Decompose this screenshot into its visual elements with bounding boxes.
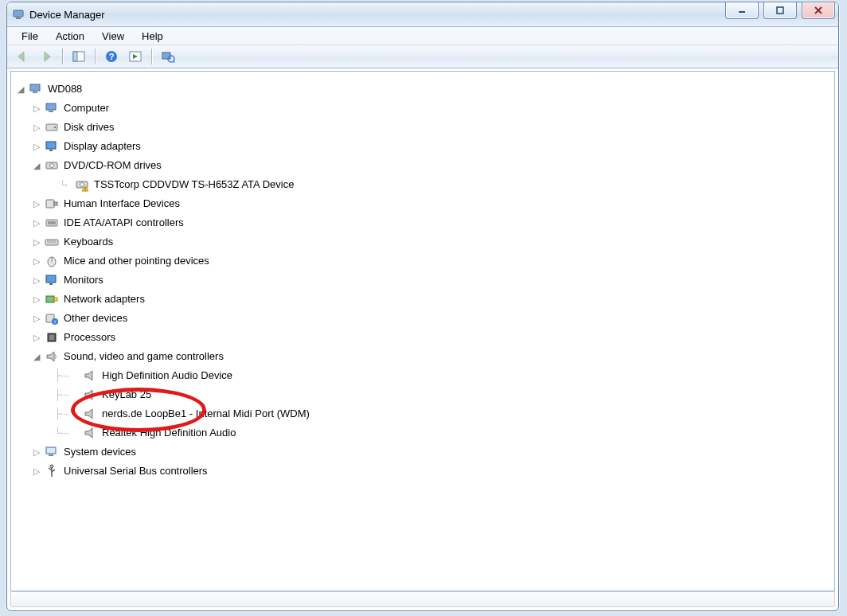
tree-label: Display adapters — [62, 137, 142, 156]
svg-rect-7 — [73, 52, 77, 61]
tree-label: Processors — [62, 328, 117, 347]
svg-rect-52 — [46, 447, 56, 454]
expand-icon[interactable]: ▷ — [32, 309, 41, 328]
expand-icon[interactable]: ▷ — [32, 271, 41, 290]
menu-action[interactable]: Action — [48, 29, 92, 44]
tree-item-display-adapters[interactable]: ▷ Display adapters — [16, 137, 828, 156]
svg-rect-30 — [54, 202, 57, 205]
tree-item-usb[interactable]: ▷ Universal Serial Bus controllers — [16, 462, 828, 481]
svg-rect-18 — [49, 111, 53, 112]
tree-item-ide[interactable]: ▷ IDE ATA/ATAPI controllers — [16, 213, 828, 232]
svg-rect-15 — [30, 84, 40, 91]
tree-label: System devices — [62, 443, 138, 462]
keyboard-icon — [45, 235, 59, 249]
toolbar-separator — [62, 49, 63, 64]
tree-label: Universal Serial Bus controllers — [62, 462, 209, 481]
tree-item-dvd-device[interactable]: └·· ! TSSTcorp CDDVDW TS-H653Z ATA Devic… — [16, 175, 828, 194]
svg-rect-46 — [49, 335, 54, 340]
help-button[interactable]: ? — [101, 47, 122, 66]
tree-label: Other devices — [62, 309, 129, 328]
mouse-icon — [45, 254, 59, 268]
action-menu-button[interactable] — [125, 47, 146, 66]
status-bar — [10, 591, 835, 607]
tree-item-loopbe[interactable]: ├···· nerds.de LoopBe1 - Internal Midi P… — [16, 404, 828, 423]
expand-icon[interactable]: ▷ — [32, 213, 41, 232]
back-button — [12, 47, 33, 66]
collapse-icon[interactable]: ◢ — [16, 80, 25, 99]
tree-root[interactable]: ◢ WD088 — [16, 80, 828, 99]
hid-icon — [45, 197, 59, 211]
tree-item-sound[interactable]: ◢ Sound, video and game controllers — [16, 347, 828, 366]
svg-point-55 — [50, 465, 53, 468]
tree-connector: ├···· — [54, 366, 81, 385]
tree-item-mice[interactable]: ▷ Mice and other pointing devices — [16, 251, 828, 271]
tree-label: IDE ATA/ATAPI controllers — [62, 213, 185, 232]
tree-item-disk-drives[interactable]: ▷ Disk drives — [16, 118, 828, 137]
computer-icon — [45, 101, 59, 115]
tree-item-keyboards[interactable]: ▷ Keyboards — [16, 232, 828, 251]
tree-label: High Definition Audio Device — [100, 366, 234, 385]
menu-file[interactable]: File — [14, 29, 46, 44]
tree-label: WD088 — [46, 80, 84, 99]
svg-marker-49 — [85, 390, 92, 400]
expand-icon[interactable]: ▷ — [32, 137, 41, 156]
tree-item-dvd-drives[interactable]: ◢ DVD/CD-ROM drives — [16, 156, 828, 175]
tree-label: nerds.de LoopBe1 - Internal Midi Port (W… — [100, 404, 311, 423]
tree-label: KeyLab 25 — [100, 385, 153, 404]
expand-icon[interactable]: ▷ — [32, 290, 41, 309]
menu-help[interactable]: Help — [134, 29, 171, 44]
toolbar-separator — [95, 49, 96, 64]
tree-item-keylab[interactable]: ├···· KeyLab 25 — [16, 385, 828, 404]
tree-label: Keyboards — [62, 232, 115, 251]
disk-drive-icon — [45, 120, 59, 135]
expand-icon[interactable]: ▷ — [32, 251, 41, 271]
tree-label: Realtek High Definition Audio — [100, 423, 237, 443]
tree-item-hd-audio[interactable]: ├···· High Definition Audio Device — [16, 366, 828, 385]
svg-rect-1 — [16, 18, 21, 19]
tree-panel[interactable]: ◢ WD088 ▷ Computer ▷ Disk drives ▷ — [10, 71, 835, 591]
tree-item-realtek[interactable]: └···· Realtek High Definition Audio — [16, 423, 828, 443]
tree-item-monitors[interactable]: ▷ Monitors — [16, 271, 828, 290]
ide-controller-icon — [45, 216, 59, 230]
close-button[interactable] — [802, 2, 835, 19]
computer-root-icon — [29, 82, 43, 96]
processor-icon — [45, 330, 59, 345]
minimize-button[interactable] — [725, 2, 759, 19]
scan-hardware-button[interactable] — [158, 47, 178, 66]
tree-label: Sound, video and game controllers — [62, 347, 225, 366]
maximize-button[interactable] — [763, 2, 797, 19]
tree-item-other[interactable]: ▷ ? Other devices — [16, 309, 828, 328]
menu-view[interactable]: View — [94, 29, 132, 44]
collapse-icon[interactable]: ◢ — [32, 156, 41, 175]
expand-icon[interactable]: ▷ — [32, 443, 41, 462]
expand-icon[interactable]: ▷ — [32, 232, 41, 251]
expand-icon[interactable]: ▷ — [32, 99, 41, 118]
svg-rect-21 — [46, 142, 56, 149]
svg-rect-17 — [46, 103, 56, 110]
desktop: Device Manager File Action View Help ? — [0, 0, 847, 616]
titlebar[interactable]: Device Manager — [7, 2, 838, 27]
tree-connector: └·· — [54, 175, 72, 194]
other-devices-icon: ? — [45, 311, 59, 326]
tree-item-computer[interactable]: ▷ Computer — [16, 99, 828, 118]
svg-rect-53 — [49, 454, 53, 456]
tree-label: Disk drives — [62, 118, 116, 137]
svg-marker-48 — [85, 371, 92, 380]
tree-item-hid[interactable]: ▷ Human Interface Devices — [16, 194, 828, 213]
expand-icon[interactable]: ▷ — [32, 118, 41, 137]
expand-icon[interactable]: ▷ — [32, 328, 41, 347]
expand-icon[interactable]: ▷ — [32, 462, 41, 481]
collapse-icon[interactable]: ◢ — [32, 347, 41, 366]
tree-item-system[interactable]: ▷ System devices — [16, 443, 828, 462]
show-hide-tree-button[interactable] — [68, 47, 89, 66]
expand-icon[interactable]: ▷ — [32, 194, 41, 213]
network-adapter-icon — [45, 292, 59, 306]
svg-marker-47 — [47, 352, 54, 361]
speaker-icon — [83, 407, 97, 421]
tree-item-processors[interactable]: ▷ Processors — [16, 328, 828, 347]
tree-label: Computer — [62, 99, 111, 118]
svg-rect-38 — [46, 275, 56, 283]
device-tree: ◢ WD088 ▷ Computer ▷ Disk drives ▷ — [11, 72, 834, 489]
dvd-device-warning-icon: ! — [75, 177, 89, 192]
tree-item-network[interactable]: ▷ Network adapters — [16, 290, 828, 309]
